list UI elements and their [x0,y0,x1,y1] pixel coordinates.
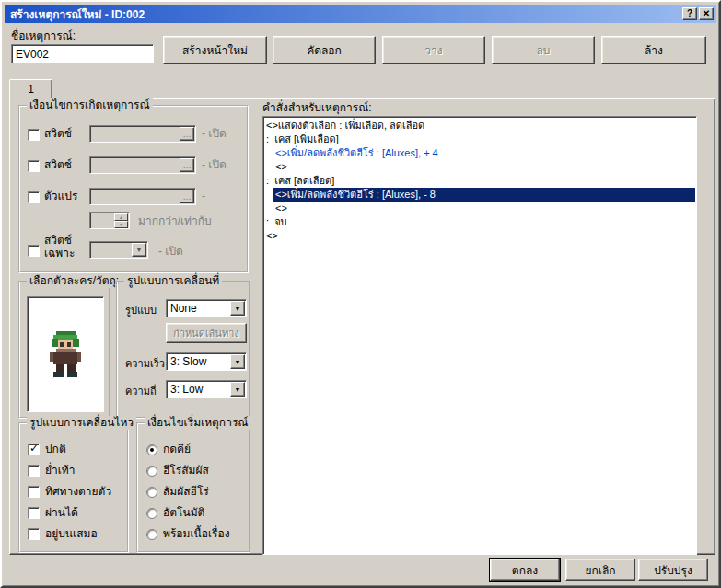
self-switch-label-line2: เฉพาะ [44,246,75,260]
option-stepping-checkbox[interactable] [28,465,40,477]
ok-button[interactable]: ตกลง [490,559,560,581]
graphic-group-title: เลือกตัวละคร/วัตถุ: [27,274,122,288]
delete-button: ลบ [492,36,595,64]
command-line[interactable]: : จบ [264,215,695,229]
close-button[interactable]: ✕ [699,7,714,20]
clear-button[interactable]: ล้าง [601,36,706,64]
event-command-list[interactable]: <>แสดงตัวเลือก : เพิ่มเลือด, ลดเลือด : เ… [262,116,697,555]
switch2-label: สวิตช์ [44,157,72,172]
event-name-label: ชื่อเหตุการณ์: [11,29,76,43]
option-label: ทิศทางตายตัว [45,484,111,499]
movement-freq-label: ความถี่ [125,384,157,398]
paste-button: วาง [382,36,485,64]
switch1-browse-button: ... [180,127,194,141]
movement-freq-dropdown[interactable]: 3: Low [166,380,247,398]
trigger-label: พร้อมเนื้อเรื่อง [163,526,230,541]
command-line[interactable]: <> [264,229,695,243]
switch1-checkbox[interactable] [28,129,40,141]
option-label: ปกติ [45,442,66,456]
command-line[interactable]: <>เพิ่ม/ลดพลังชีวิตฮีโร่ : [Aluxes], + 4 [264,146,695,160]
option-label: อยู่บนเสมอ [45,526,98,541]
trigger-label: สัมผัสฮีโร่ [163,484,209,499]
spinner-arrows [114,213,128,227]
conditions-group-title: เงื่อนไขการเกิดเหตุการณ์ [27,98,153,112]
character-graphic-box[interactable] [27,296,104,412]
trigger-event-touch-radio[interactable] [146,487,157,498]
switch1-label: สวิตช์ [44,126,72,141]
option-through-checkbox[interactable] [28,507,40,519]
animation-options-title: รูปแบบการเคลื่อนไหว [27,416,136,430]
switch2-field: ... [89,156,196,174]
trigger-label: กดคีย์ [163,442,191,456]
command-line-selected[interactable]: <>เพิ่ม/ลดพลังชีวิตฮีโร่ : [Aluxes], - 8 [264,188,695,202]
move-route-button: กำหนดเส้นทาง [166,323,247,343]
movement-type-dropdown[interactable]: None [166,299,247,317]
help-button[interactable]: ? [682,7,697,20]
dropdown-arrow-icon[interactable] [230,301,245,316]
window-title: สร้างเหตุการณ์ใหม่ - ID:002 [10,6,680,23]
trigger-autorun-radio[interactable] [146,508,157,519]
spin-up-icon [114,213,128,221]
dialog-window: สร้างเหตุการณ์ใหม่ - ID:002 ? ✕ ชื่อเหตุ… [0,0,721,588]
option-always-on-top-checkbox[interactable] [28,528,40,540]
option-label: ย่ำเท้า [45,463,76,478]
switch1-field: ... [89,125,196,143]
option-fixed-direction-checkbox[interactable] [28,486,40,498]
dropdown-arrow-icon[interactable] [230,382,245,397]
self-switch-value [90,242,131,258]
title-bar[interactable]: สร้างเหตุการณ์ใหม่ - ID:002 ? ✕ [5,5,716,23]
movement-group-title: รูปแบบการเคลื่อนที่ [124,274,222,288]
option-label: ผ่านได้ [45,505,78,520]
tab-page-1[interactable]: 1 [9,79,52,99]
command-line[interactable]: <>แสดงตัวเลือก : เพิ่มเลือด, ลดเลือด [264,119,695,133]
variable-browse-button: ... [180,190,194,203]
trigger-group: เงื่อนไขเริ่มเหตุการณ์ กดคีย์ ฮีโร่สัมผั… [136,422,250,553]
variable-label: ตัวแปร [44,189,77,203]
trigger-parallel-radio[interactable] [146,529,157,540]
variable-checkbox[interactable] [28,191,40,203]
variable-compare-label: มากกว่า/เท่ากับ [138,213,212,228]
trigger-action-key-radio[interactable] [146,444,157,455]
self-switch-checkbox[interactable] [28,245,40,257]
dropdown-arrow-icon[interactable] [230,354,245,369]
tab-label: 1 [28,83,34,96]
variable-value-spinner [89,212,130,229]
event-name-input[interactable] [11,44,154,63]
switch1-field-value [90,126,179,142]
movement-group: รูปแบบการเคลื่อนที่ รูปแบบ None กำหนดเส้… [116,281,250,419]
movement-type-value: None [167,300,229,317]
graphic-group: เลือกตัวละคร/วัตถุ: [18,281,110,419]
movement-freq-value: 3: Low [167,381,229,398]
movement-speed-label: ความเร็ว [125,356,165,371]
new-page-button[interactable]: สร้างหน้าใหม่ [163,36,267,64]
conditions-group: เงื่อนไขการเกิดเหตุการณ์ สวิตช์ ... - เป… [18,105,249,273]
command-line[interactable]: <> [264,160,695,174]
character-sprite [46,329,85,380]
movement-type-label: รูปแบบ [125,303,157,317]
option-normal-checkbox[interactable] [28,444,40,455]
trigger-player-touch-radio[interactable] [146,466,157,477]
trigger-label: ฮีโร่สัมผัส [163,463,209,478]
switch2-checkbox[interactable] [28,160,40,172]
movement-speed-dropdown[interactable]: 3: Slow [166,352,247,371]
switch1-suffix: - เปิด [202,126,227,141]
commands-label: คำสั่งสำหรับเหตุการณ์: [262,100,372,115]
command-line[interactable]: <> [264,202,695,215]
variable-field: ... [89,188,196,205]
command-line[interactable]: : เคส [ลดเลือด] [264,174,695,188]
switch2-field-value [90,157,179,173]
command-line[interactable]: : เคส [เพิ่มเลือด] [264,133,695,146]
trigger-group-title: เงื่อนไขเริ่มเหตุการณ์ [145,416,250,430]
self-switch-suffix: - เปิด [158,244,183,259]
movement-speed-value: 3: Slow [167,353,229,370]
trigger-label: อัตโนมัติ [163,505,204,520]
switch2-browse-button: ... [180,158,194,172]
dropdown-arrow-icon [132,243,146,257]
apply-button[interactable]: ปรับปรุง [638,559,708,581]
self-switch-dropdown [89,241,148,259]
cancel-button[interactable]: ยกเลิก [565,559,635,581]
copy-button[interactable]: คัดลอก [273,36,376,64]
spin-down-icon [114,221,128,228]
animation-options-group: รูปแบบการเคลื่อนไหว ปกติ ย่ำเท้า ทิศทางต… [18,422,129,553]
variable-suffix: - [202,189,205,203]
